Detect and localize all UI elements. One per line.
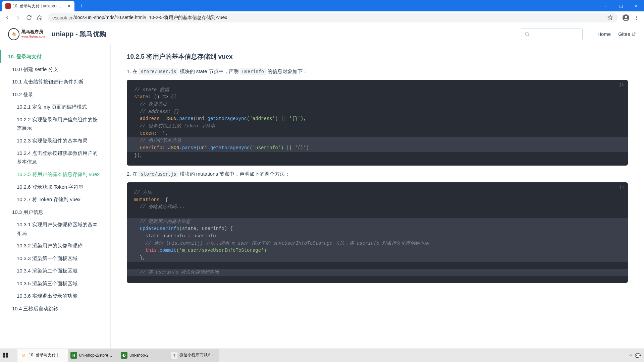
sidebar-item[interactable]: 10.2.7 将 Token 存储到 vuex: [0, 193, 110, 206]
sidebar-item[interactable]: 10.2.5 将用户的基本信息存储到 vuex: [0, 168, 110, 181]
sidebar-item[interactable]: 10.2.1 定义 my 页面的编译模式: [0, 101, 110, 113]
sidebar-item[interactable]: 10.3 用户信息: [0, 206, 110, 219]
svg-point-4: [636, 19, 637, 20]
code-lang-badge: js: [619, 184, 624, 191]
site-header: 🐴 黑马程序员www.itheima.com uniapp - 黑马优购 Hom…: [0, 24, 644, 44]
sidebar-item[interactable]: 10. 登录与支付: [0, 50, 110, 63]
search-input[interactable]: [521, 28, 583, 40]
svg-point-1: [625, 16, 627, 18]
nav-link-gitee[interactable]: Gitee: [618, 31, 636, 37]
sidebar-item[interactable]: 10.3.2 渲染用户的头像和昵称: [0, 239, 110, 252]
sidebar-item[interactable]: 10.3.5 渲染第三个面板区域: [0, 277, 110, 290]
code-lang-badge: js: [619, 82, 624, 88]
browser-toolbar: escook.cn/docs-uni-shop/mds/10.settle.ht…: [0, 11, 644, 24]
profile-icon[interactable]: [621, 13, 631, 22]
inline-code: store/user.js: [139, 171, 178, 177]
browser-tab[interactable]: 10. 登录与支付 | uniapp - 黑马… ✕: [2, 1, 74, 11]
sidebar-nav[interactable]: 10. 登录与支付10.0 创建 settle 分支10.1 点击结算按钮进行条…: [0, 44, 111, 349]
sidebar-item[interactable]: 10.3.1 实现用户头像昵称区域的基本布局: [0, 218, 110, 239]
url-path: /docs-uni-shop/mds/10.settle.html#_10-2-…: [73, 15, 227, 21]
window-controls: ─ ▢ ✕: [598, 1, 644, 11]
search-icon: [525, 32, 530, 37]
svg-point-5: [525, 32, 528, 35]
site-logo[interactable]: 🐴 黑马程序员www.itheima.com: [8, 28, 45, 40]
sidebar-item[interactable]: 10.0 创建 settle 分支: [0, 63, 110, 76]
code-block[interactable]: js// state 数据 state: () => ({ // 收货地址 //…: [127, 80, 628, 166]
sidebar-item[interactable]: 10.2.6 登录获取 Token 字符串: [0, 181, 110, 193]
tab-title: 10. 登录与支付 | uniapp - 黑马…: [13, 3, 64, 9]
minimize-button[interactable]: ─: [598, 1, 613, 11]
section-heading: 10.2.5 将用户的基本信息存储到 vuex: [127, 52, 628, 61]
bookmark-star-icon[interactable]: [607, 15, 613, 20]
logo-mark-icon: 🐴: [8, 28, 19, 40]
close-tab-icon[interactable]: ✕: [66, 3, 72, 9]
sidebar-item[interactable]: 10.2.2 实现登录和用户信息组件的按需展示: [0, 113, 110, 134]
maximize-button[interactable]: ▢: [613, 1, 629, 11]
chrome-menu-icon[interactable]: [632, 13, 641, 22]
sidebar-item[interactable]: 10.3.6 实现退出登录的功能: [0, 290, 110, 302]
external-link-icon: [632, 32, 636, 36]
tab-favicon: [5, 3, 11, 9]
new-tab-button[interactable]: +: [76, 1, 86, 11]
paragraph: 1. 在 store/user.js 模块的 state 节点中，声明 user…: [127, 67, 628, 76]
sidebar-item[interactable]: 10.3.3 渲染第一个面板区域: [0, 252, 110, 265]
paragraph: 2. 在 store/user.js 模块的 mutations 节点中，声明如…: [127, 170, 628, 178]
sidebar-item[interactable]: 10.3.4 渲染第二个面板区域: [0, 264, 110, 277]
reload-button[interactable]: [24, 13, 34, 22]
close-window-button[interactable]: ✕: [629, 1, 644, 11]
forward-button[interactable]: [13, 13, 23, 22]
address-bar[interactable]: escook.cn/docs-uni-shop/mds/10.settle.ht…: [48, 13, 618, 22]
sidebar-item[interactable]: 10.2.3 实现登录组件的基本布局: [0, 134, 110, 147]
inline-code: store/user.js: [139, 68, 178, 75]
inline-code: userinfo: [240, 68, 266, 75]
svg-point-2: [636, 16, 637, 17]
window-titlebar: 10. 登录与支付 | uniapp - 黑马… ✕ + ─ ▢ ✕: [0, 0, 644, 11]
main-content: 10.2.5 将用户的基本信息存储到 vuex 1. 在 store/user.…: [111, 44, 644, 349]
sidebar-item[interactable]: 10.2 登录: [0, 88, 110, 101]
back-button[interactable]: [3, 13, 12, 22]
sidebar-item[interactable]: 10.1 点击结算按钮进行条件判断: [0, 75, 110, 88]
svg-point-3: [636, 17, 637, 18]
code-block[interactable]: js// 方法 mutations: { // 省略其它代码... // 更新用…: [127, 182, 628, 283]
site-title: uniapp - 黑马优购: [52, 29, 106, 39]
url-domain: escook.cn: [52, 15, 73, 20]
sidebar-item[interactable]: 10.4 三秒后自动跳转: [0, 302, 110, 315]
nav-link-home[interactable]: Home: [597, 31, 611, 37]
sidebar-item[interactable]: 10.2.4 点击登录按钮获取微信用户的基本信息: [0, 147, 110, 168]
home-button[interactable]: [35, 13, 44, 22]
